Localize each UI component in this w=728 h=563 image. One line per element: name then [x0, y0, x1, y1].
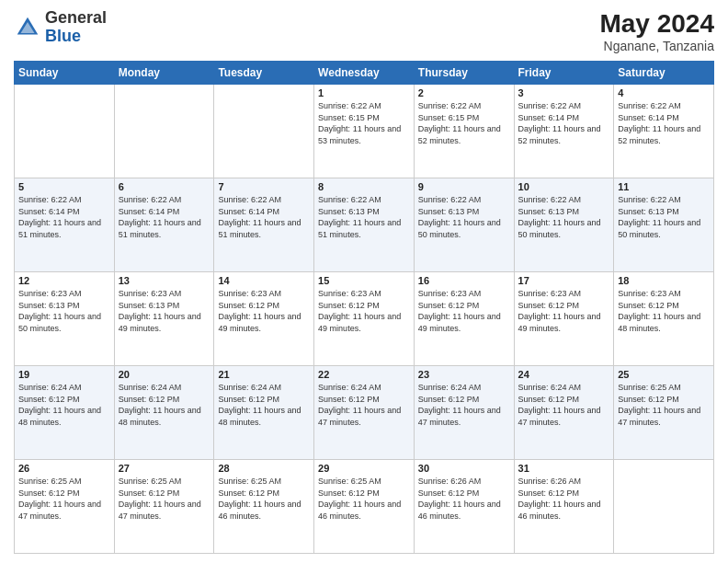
day-info: Sunrise: 6:22 AMSunset: 6:13 PMDaylight:…	[418, 194, 510, 240]
cell-2-2: 14 Sunrise: 6:23 AMSunset: 6:12 PMDaylig…	[214, 272, 314, 366]
cell-4-0: 26 Sunrise: 6:25 AMSunset: 6:12 PMDaylig…	[15, 460, 115, 554]
day-info: Sunrise: 6:25 AMSunset: 6:12 PMDaylight:…	[318, 476, 410, 522]
day-info: Sunrise: 6:25 AMSunset: 6:12 PMDaylight:…	[119, 476, 210, 522]
col-wednesday: Wednesday	[314, 62, 415, 85]
day-info: Sunrise: 6:23 AMSunset: 6:12 PMDaylight:…	[418, 288, 510, 334]
cell-0-0	[15, 85, 115, 178]
day-number: 30	[418, 463, 510, 474]
cell-4-1: 27 Sunrise: 6:25 AMSunset: 6:12 PMDaylig…	[114, 460, 214, 554]
week-row-4: 19 Sunrise: 6:24 AMSunset: 6:12 PMDaylig…	[15, 366, 714, 460]
cell-2-3: 15 Sunrise: 6:23 AMSunset: 6:12 PMDaylig…	[314, 272, 415, 366]
day-number: 6	[119, 181, 210, 192]
week-row-3: 12 Sunrise: 6:23 AMSunset: 6:13 PMDaylig…	[15, 272, 714, 366]
cell-3-1: 20 Sunrise: 6:24 AMSunset: 6:12 PMDaylig…	[114, 366, 214, 460]
cell-2-1: 13 Sunrise: 6:23 AMSunset: 6:13 PMDaylig…	[114, 272, 214, 366]
cell-1-0: 5 Sunrise: 6:22 AMSunset: 6:14 PMDayligh…	[15, 178, 115, 272]
day-number: 2	[418, 87, 510, 98]
cell-1-4: 9 Sunrise: 6:22 AMSunset: 6:13 PMDayligh…	[414, 178, 514, 272]
day-number: 4	[618, 87, 710, 98]
cell-4-3: 29 Sunrise: 6:25 AMSunset: 6:12 PMDaylig…	[314, 460, 415, 554]
day-info: Sunrise: 6:24 AMSunset: 6:12 PMDaylight:…	[119, 382, 210, 428]
header-row: Sunday Monday Tuesday Wednesday Thursday…	[15, 62, 714, 85]
day-number: 29	[318, 463, 410, 474]
day-number: 16	[418, 275, 510, 286]
cell-0-4: 2 Sunrise: 6:22 AMSunset: 6:15 PMDayligh…	[414, 85, 514, 178]
day-info: Sunrise: 6:22 AMSunset: 6:14 PMDaylight:…	[18, 194, 110, 240]
cell-2-0: 12 Sunrise: 6:23 AMSunset: 6:13 PMDaylig…	[15, 272, 115, 366]
cell-3-4: 23 Sunrise: 6:24 AMSunset: 6:12 PMDaylig…	[414, 366, 514, 460]
cell-1-2: 7 Sunrise: 6:22 AMSunset: 6:14 PMDayligh…	[214, 178, 314, 272]
cell-3-0: 19 Sunrise: 6:24 AMSunset: 6:12 PMDaylig…	[15, 366, 115, 460]
day-info: Sunrise: 6:26 AMSunset: 6:12 PMDaylight:…	[518, 476, 610, 522]
cell-3-6: 25 Sunrise: 6:25 AMSunset: 6:12 PMDaylig…	[614, 366, 714, 460]
day-info: Sunrise: 6:23 AMSunset: 6:12 PMDaylight:…	[218, 288, 310, 334]
day-info: Sunrise: 6:26 AMSunset: 6:12 PMDaylight:…	[418, 476, 510, 522]
day-info: Sunrise: 6:24 AMSunset: 6:12 PMDaylight:…	[218, 382, 310, 428]
day-info: Sunrise: 6:22 AMSunset: 6:15 PMDaylight:…	[318, 100, 410, 146]
day-info: Sunrise: 6:22 AMSunset: 6:13 PMDaylight:…	[518, 194, 610, 240]
day-info: Sunrise: 6:23 AMSunset: 6:12 PMDaylight:…	[318, 288, 410, 334]
col-saturday: Saturday	[614, 62, 714, 85]
cell-3-3: 22 Sunrise: 6:24 AMSunset: 6:12 PMDaylig…	[314, 366, 415, 460]
col-thursday: Thursday	[414, 62, 514, 85]
logo-blue: Blue	[45, 27, 81, 45]
cell-0-3: 1 Sunrise: 6:22 AMSunset: 6:15 PMDayligh…	[314, 85, 415, 178]
day-info: Sunrise: 6:22 AMSunset: 6:13 PMDaylight:…	[318, 194, 410, 240]
cell-0-1	[114, 85, 214, 178]
col-tuesday: Tuesday	[214, 62, 314, 85]
location: Nganane, Tanzania	[599, 39, 714, 53]
day-info: Sunrise: 6:23 AMSunset: 6:13 PMDaylight:…	[119, 288, 210, 334]
week-row-1: 1 Sunrise: 6:22 AMSunset: 6:15 PMDayligh…	[15, 85, 714, 178]
title-block: May 2024 Nganane, Tanzania	[599, 9, 714, 53]
week-row-2: 5 Sunrise: 6:22 AMSunset: 6:14 PMDayligh…	[15, 178, 714, 272]
cell-1-6: 11 Sunrise: 6:22 AMSunset: 6:13 PMDaylig…	[614, 178, 714, 272]
day-number: 10	[518, 181, 610, 192]
cell-1-1: 6 Sunrise: 6:22 AMSunset: 6:14 PMDayligh…	[114, 178, 214, 272]
day-info: Sunrise: 6:22 AMSunset: 6:14 PMDaylight:…	[618, 100, 710, 146]
day-info: Sunrise: 6:25 AMSunset: 6:12 PMDaylight:…	[18, 476, 110, 522]
col-sunday: Sunday	[15, 62, 115, 85]
day-number: 5	[18, 181, 110, 192]
day-number: 13	[119, 275, 210, 286]
day-number: 20	[119, 369, 210, 380]
cell-0-6: 4 Sunrise: 6:22 AMSunset: 6:14 PMDayligh…	[614, 85, 714, 178]
day-number: 25	[618, 369, 710, 380]
day-info: Sunrise: 6:24 AMSunset: 6:12 PMDaylight:…	[18, 382, 110, 428]
day-info: Sunrise: 6:23 AMSunset: 6:12 PMDaylight:…	[618, 288, 710, 334]
cell-0-2	[214, 85, 314, 178]
day-info: Sunrise: 6:24 AMSunset: 6:12 PMDaylight:…	[418, 382, 510, 428]
day-number: 12	[18, 275, 110, 286]
calendar-table: Sunday Monday Tuesday Wednesday Thursday…	[14, 61, 714, 554]
cell-1-3: 8 Sunrise: 6:22 AMSunset: 6:13 PMDayligh…	[314, 178, 415, 272]
day-info: Sunrise: 6:22 AMSunset: 6:14 PMDaylight:…	[518, 100, 610, 146]
day-number: 9	[418, 181, 510, 192]
col-friday: Friday	[514, 62, 614, 85]
day-number: 19	[18, 369, 110, 380]
day-info: Sunrise: 6:22 AMSunset: 6:14 PMDaylight:…	[218, 194, 310, 240]
day-number: 11	[618, 181, 710, 192]
day-info: Sunrise: 6:23 AMSunset: 6:12 PMDaylight:…	[518, 288, 610, 334]
page: General Blue May 2024 Nganane, Tanzania …	[0, 0, 728, 563]
day-info: Sunrise: 6:24 AMSunset: 6:12 PMDaylight:…	[518, 382, 610, 428]
header: General Blue May 2024 Nganane, Tanzania	[14, 9, 714, 53]
logo-text: General Blue	[45, 9, 107, 46]
day-number: 17	[518, 275, 610, 286]
logo-general: General	[45, 8, 107, 27]
day-number: 1	[318, 87, 410, 98]
day-info: Sunrise: 6:23 AMSunset: 6:13 PMDaylight:…	[18, 288, 110, 334]
week-row-5: 26 Sunrise: 6:25 AMSunset: 6:12 PMDaylig…	[15, 460, 714, 554]
day-number: 7	[218, 181, 310, 192]
cell-3-5: 24 Sunrise: 6:24 AMSunset: 6:12 PMDaylig…	[514, 366, 614, 460]
day-number: 18	[618, 275, 710, 286]
cell-4-5: 31 Sunrise: 6:26 AMSunset: 6:12 PMDaylig…	[514, 460, 614, 554]
day-info: Sunrise: 6:25 AMSunset: 6:12 PMDaylight:…	[218, 476, 310, 522]
day-info: Sunrise: 6:25 AMSunset: 6:12 PMDaylight:…	[618, 382, 710, 428]
day-number: 21	[218, 369, 310, 380]
cell-2-6: 18 Sunrise: 6:23 AMSunset: 6:12 PMDaylig…	[614, 272, 714, 366]
cell-3-2: 21 Sunrise: 6:24 AMSunset: 6:12 PMDaylig…	[214, 366, 314, 460]
day-number: 14	[218, 275, 310, 286]
day-number: 3	[518, 87, 610, 98]
day-number: 31	[518, 463, 610, 474]
day-info: Sunrise: 6:22 AMSunset: 6:15 PMDaylight:…	[418, 100, 510, 146]
cell-4-2: 28 Sunrise: 6:25 AMSunset: 6:12 PMDaylig…	[214, 460, 314, 554]
